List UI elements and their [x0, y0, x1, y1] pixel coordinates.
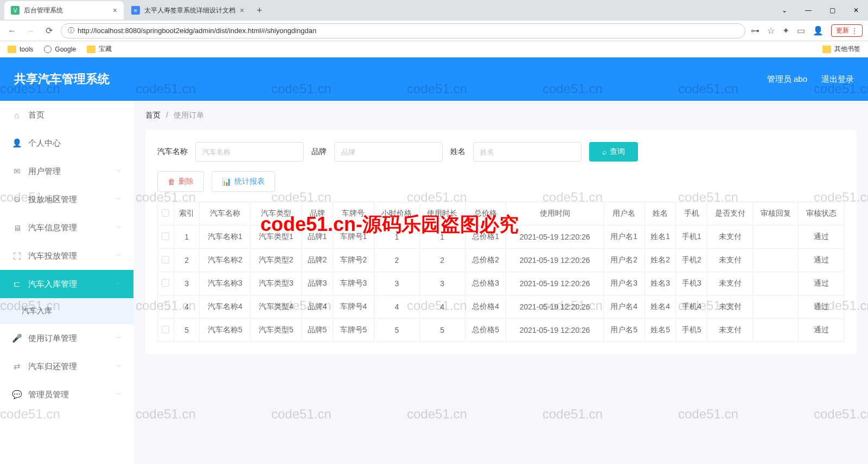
- table-header: 车牌号: [333, 202, 374, 225]
- chevron-down-icon: ﹀: [116, 252, 122, 260]
- menu-item[interactable]: 👤个人中心: [0, 129, 133, 157]
- chart-icon: 📊: [222, 177, 231, 186]
- table-row: 1汽车名称1汽车类型1 品牌1车牌号11 1总价格12021-05-19 12:…: [158, 225, 844, 249]
- query-button[interactable]: ⌕ 查询: [589, 142, 638, 162]
- switch-icon: ⇄: [12, 362, 22, 371]
- name-input[interactable]: [473, 142, 582, 162]
- menu-label: 汽车入库管理: [28, 279, 77, 289]
- minimize-button[interactable]: —: [796, 1, 820, 20]
- reload-button[interactable]: ⟳: [42, 25, 55, 36]
- app-header: 共享汽车管理系统 管理员 abo 退出登录: [0, 57, 868, 101]
- filter-label-brand: 品牌: [311, 147, 327, 157]
- menu-item[interactable]: ⊙投放地区管理﹀: [0, 185, 133, 214]
- chevron-down-icon: ﹀: [116, 196, 122, 203]
- folder-icon: [87, 46, 95, 53]
- app-title: 共享汽车管理系统: [14, 71, 110, 87]
- menu-item[interactable]: ✉用户管理﹀: [0, 157, 133, 185]
- app-body: ⌂首页👤个人中心✉用户管理﹀⊙投放地区管理﹀🖥汽车信息管理﹀⛶汽车投放管理﹀⊏汽…: [0, 101, 868, 464]
- table-header: 索引: [174, 202, 200, 225]
- update-button[interactable]: 更新⋮: [831, 24, 863, 37]
- table-header: 汽车类型: [251, 202, 302, 225]
- table-row: 5汽车名称5汽车类型5 品牌5车牌号55 5总价格52021-05-19 12:…: [158, 319, 844, 342]
- brand-input[interactable]: [334, 142, 443, 162]
- select-all-checkbox[interactable]: [162, 209, 169, 217]
- menu-item[interactable]: ⊏汽车入库管理﹀: [0, 270, 133, 298]
- table-header: 手机: [676, 202, 707, 225]
- menu-label: 汽车归还管理: [28, 362, 77, 372]
- row-checkbox[interactable]: [162, 256, 169, 263]
- address-bar: ← → ⟳ ⓘ http://localhost:8080/springboot…: [0, 21, 868, 41]
- trash-icon: 🗑: [168, 177, 175, 186]
- reader-icon[interactable]: ▭: [797, 25, 805, 36]
- table-header: 审核回复: [753, 202, 799, 225]
- menu-label: 用户管理: [28, 166, 61, 177]
- report-button[interactable]: 📊 统计报表: [212, 171, 275, 192]
- url-input[interactable]: ⓘ http://localhost:8080/springboot2eidg/…: [61, 23, 745, 38]
- breadcrumb-home[interactable]: 首页: [145, 111, 161, 119]
- dropdown-icon[interactable]: ⌄: [773, 1, 796, 20]
- submenu-item[interactable]: 汽车入库: [0, 298, 133, 324]
- menu-label: 汽车信息管理: [28, 223, 77, 233]
- chevron-down-icon: ﹀: [116, 363, 122, 370]
- profile-icon[interactable]: 👤: [813, 25, 824, 36]
- extension-icon[interactable]: ✦: [782, 25, 789, 36]
- breadcrumb: 首页 / 使用订单: [145, 111, 856, 120]
- table-header: 品牌: [302, 202, 333, 225]
- expand-icon: ⛶: [12, 251, 22, 261]
- menu-item[interactable]: ⌂首页: [0, 101, 133, 129]
- table-header: 总价格: [465, 202, 506, 225]
- chevron-down-icon: ﹀: [116, 280, 122, 288]
- table-header: 姓名: [644, 202, 676, 225]
- close-button[interactable]: ✕: [844, 1, 868, 20]
- menu-item[interactable]: ⇄汽车归还管理﹀: [0, 352, 133, 381]
- logout-link[interactable]: 退出登录: [821, 74, 854, 85]
- menu-label: 首页: [28, 110, 44, 120]
- table-header: 汽车名称: [200, 202, 251, 225]
- row-checkbox[interactable]: [162, 279, 169, 287]
- menu-label: 管理员管理: [28, 390, 69, 400]
- mail-icon: ✉: [12, 166, 22, 176]
- content-card: 汽车名称 品牌 姓名 ⌕ 查询 🗑 删除 📊 统计报表: [145, 130, 856, 354]
- menu-item[interactable]: 🖥汽车信息管理﹀: [0, 214, 133, 242]
- bookmark-item[interactable]: 宝藏: [87, 44, 112, 54]
- bookmark-item[interactable]: tools: [8, 46, 33, 53]
- close-icon[interactable]: ×: [108, 6, 117, 15]
- browser-chrome: V 后台管理系统 × ≡ 太平人寿签章系统详细设计文档 × + ⌄ — ▢ ✕ …: [0, 0, 868, 57]
- breadcrumb-sep: /: [166, 111, 168, 119]
- tab-title: 后台管理系统: [24, 6, 63, 15]
- table-row: 3汽车名称3汽车类型3 品牌3车牌号33 3总价格32021-05-19 12:…: [158, 272, 844, 295]
- bookmark-item[interactable]: Google: [44, 46, 76, 53]
- bookmark-icon[interactable]: ☆: [767, 25, 775, 36]
- browser-tab[interactable]: ≡ 太平人寿签章系统详细设计文档 ×: [125, 1, 251, 20]
- menu-label: 汽车投放管理: [28, 251, 77, 261]
- menu-item[interactable]: 🎤使用订单管理﹀: [0, 324, 133, 352]
- current-user[interactable]: 管理员 abo: [767, 74, 807, 85]
- folder-icon: [822, 46, 831, 53]
- password-icon[interactable]: ⊶: [751, 25, 760, 36]
- browser-tab[interactable]: V 后台管理系统 ×: [4, 1, 124, 20]
- forward-button[interactable]: →: [24, 26, 37, 36]
- fold-icon: ⊏: [12, 279, 22, 289]
- new-tab-button[interactable]: +: [252, 5, 267, 16]
- row-checkbox[interactable]: [162, 326, 169, 333]
- data-table: 索引汽车名称汽车类型品牌车牌号小时价格使用时长总价格使用时间用户名姓名手机是否支…: [157, 202, 844, 342]
- row-checkbox[interactable]: [162, 302, 169, 310]
- vue-icon: V: [11, 6, 20, 15]
- other-bookmarks[interactable]: 其他书签: [822, 44, 860, 54]
- filter-row: 汽车名称 品牌 姓名 ⌕ 查询: [157, 142, 844, 162]
- carname-input[interactable]: [195, 142, 304, 162]
- menu-item[interactable]: 💬管理员管理﹀: [0, 381, 133, 409]
- folder-icon: [8, 46, 16, 53]
- table-header: 用户名: [603, 202, 644, 225]
- bookmarks-bar: tools Google 宝藏 其他书签: [0, 41, 868, 57]
- target-icon: ⊙: [12, 195, 22, 204]
- close-icon[interactable]: ×: [235, 6, 244, 15]
- row-checkbox[interactable]: [162, 233, 169, 240]
- chevron-down-icon: ﹀: [116, 224, 122, 231]
- globe-icon: [44, 46, 52, 53]
- delete-button[interactable]: 🗑 删除: [157, 171, 204, 192]
- menu-item[interactable]: ⛶汽车投放管理﹀: [0, 242, 133, 270]
- back-button[interactable]: ←: [5, 26, 18, 36]
- maximize-button[interactable]: ▢: [820, 1, 844, 20]
- chevron-down-icon: ﹀: [116, 391, 122, 398]
